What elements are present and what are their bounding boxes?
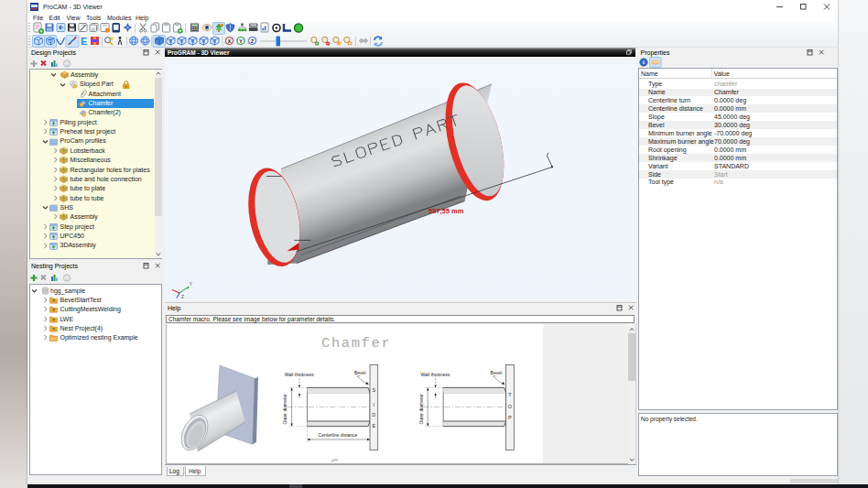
- svg-text:Outer diameter: Outer diameter: [282, 394, 288, 425]
- svg-text:1:1: 1:1: [337, 42, 342, 46]
- svg-text:Y: Y: [239, 38, 243, 44]
- svg-text:Wall thickness: Wall thickness: [421, 372, 450, 377]
- svg-text:Bevel: Bevel: [354, 370, 366, 375]
- svg-text:O: O: [508, 404, 513, 409]
- svg-text:Y: Y: [190, 281, 193, 287]
- svg-text:S: S: [372, 387, 375, 393]
- svg-text:i: i: [643, 59, 645, 65]
- svg-text:Outer diameter: Outer diameter: [418, 394, 424, 425]
- svg-text:Chamfer: Chamfer: [321, 335, 391, 352]
- svg-text:E: E: [372, 423, 375, 428]
- svg-text:Z: Z: [181, 294, 184, 299]
- svg-text:Z: Z: [251, 38, 255, 44]
- svg-text:E: E: [81, 36, 87, 47]
- svg-text:Wall thickness: Wall thickness: [285, 372, 314, 377]
- svg-text:P: P: [508, 415, 512, 420]
- svg-text:X: X: [227, 38, 231, 44]
- svg-text:Centerline distance: Centerline distance: [319, 432, 358, 438]
- svg-text:Bevel: Bevel: [491, 370, 503, 375]
- svg-text:597,55 mm: 597,55 mm: [429, 207, 464, 215]
- svg-text:D: D: [372, 412, 375, 418]
